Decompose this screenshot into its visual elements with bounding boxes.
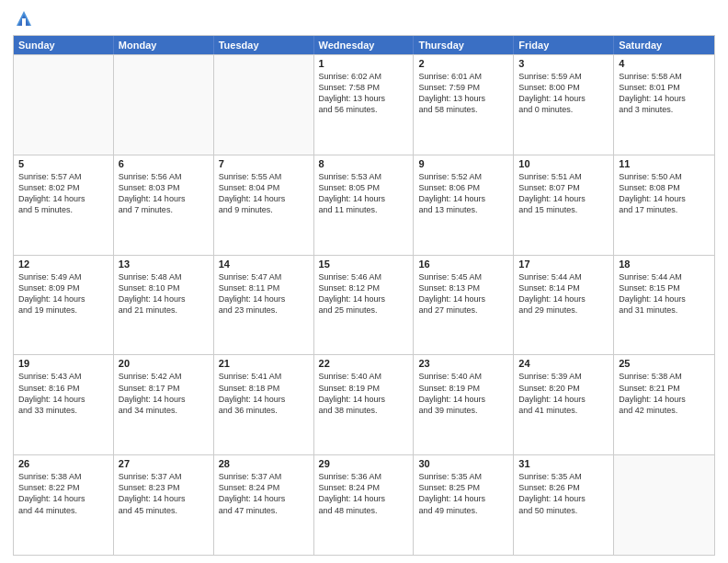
cell-info-line: and 21 minutes. [119,304,209,316]
cell-info-line: Daylight: 14 hours [619,293,710,304]
cell-info-line: Sunset: 8:04 PM [219,182,309,193]
day-cell-19: 19Sunrise: 5:43 AMSunset: 8:16 PMDayligh… [14,355,114,454]
day-cell-4: 4Sunrise: 5:58 AMSunset: 8:01 PMDaylight… [614,55,714,155]
cell-info-line: and 0 minutes. [518,104,609,115]
day-number: 5 [18,158,108,169]
day-cell-7: 7Sunrise: 5:55 AMSunset: 8:04 PMDaylight… [214,155,314,255]
cell-info-line: and 29 minutes. [518,304,609,316]
cell-info-line: and 47 minutes. [219,505,309,516]
day-cell-17: 17Sunrise: 5:44 AMSunset: 8:14 PMDayligh… [514,256,614,355]
day-number: 9 [418,158,508,169]
day-cell-10: 10Sunrise: 5:51 AMSunset: 8:07 PMDayligh… [514,155,614,255]
day-number: 19 [18,358,108,369]
day-number: 12 [18,259,108,270]
logo-icon [15,9,33,28]
cell-info-line: Daylight: 14 hours [619,394,710,405]
cell-info-line: Sunrise: 5:36 AM [319,471,409,482]
day-number: 31 [518,458,609,469]
calendar-row-1: 5Sunrise: 5:57 AMSunset: 8:02 PMDaylight… [14,155,714,255]
cell-info-line: Sunrise: 5:35 AM [518,471,609,482]
day-number: 25 [619,358,710,369]
day-cell-28: 28Sunrise: 5:37 AMSunset: 8:24 PMDayligh… [214,455,314,555]
day-number: 20 [119,358,209,369]
calendar-body: 1Sunrise: 6:02 AMSunset: 7:58 PMDaylight… [14,54,714,555]
day-number: 11 [619,158,710,169]
cell-info-line: Sunrise: 5:55 AM [219,171,309,182]
cell-info-line: and 5 minutes. [18,204,108,215]
cell-info-line: and 50 minutes. [518,505,609,516]
cell-info-line: Sunrise: 5:40 AM [319,371,409,382]
day-cell-29: 29Sunrise: 5:36 AMSunset: 8:24 PMDayligh… [314,455,415,555]
cell-info-line: Sunset: 8:16 PM [18,383,108,394]
day-number: 2 [418,58,508,69]
cell-info-line: Sunset: 8:24 PM [319,482,409,493]
cell-info-line: Sunset: 8:12 PM [319,282,409,293]
cell-info-line: and 58 minutes. [418,104,508,115]
svg-rect-2 [22,18,26,26]
cell-info-line: Sunset: 8:09 PM [18,282,108,293]
header [13,9,715,28]
day-number: 7 [219,158,309,169]
calendar-header: SundayMondayTuesdayWednesdayThursdayFrid… [14,36,714,54]
cell-info-line: Sunrise: 5:49 AM [18,271,108,282]
cell-info-line: Daylight: 14 hours [219,193,309,204]
cell-info-line: and 34 minutes. [119,405,209,416]
cell-info-line: Sunrise: 5:58 AM [619,71,710,82]
header-cell-thursday: Thursday [414,36,514,54]
cell-info-line: Sunrise: 6:01 AM [418,71,508,82]
cell-info-line: Daylight: 14 hours [319,394,409,405]
day-number: 30 [418,458,508,469]
day-cell-26: 26Sunrise: 5:38 AMSunset: 8:22 PMDayligh… [14,455,114,555]
cell-info-line: and 7 minutes. [119,204,209,215]
cell-info-line: Sunrise: 5:35 AM [418,471,508,482]
cell-info-line: Sunrise: 5:43 AM [18,371,108,382]
cell-info-line: Sunset: 8:07 PM [518,182,609,193]
cell-info-line: Daylight: 14 hours [518,394,609,405]
cell-info-line: and 33 minutes. [18,405,108,416]
cell-info-line: Sunrise: 5:44 AM [518,271,609,282]
cell-info-line: Sunrise: 6:02 AM [319,71,409,82]
day-cell-16: 16Sunrise: 5:45 AMSunset: 8:13 PMDayligh… [414,256,514,355]
cell-info-line: Daylight: 14 hours [219,394,309,405]
day-number: 15 [319,259,409,270]
cell-info-line: and 44 minutes. [18,505,108,516]
cell-info-line: Sunset: 8:13 PM [418,282,508,293]
cell-info-line: Sunrise: 5:53 AM [319,171,409,182]
cell-info-line: Sunrise: 5:38 AM [619,371,710,382]
cell-info-line: and 42 minutes. [619,405,710,416]
cell-info-line: Sunrise: 5:47 AM [219,271,309,282]
cell-info-line: Sunrise: 5:50 AM [619,171,710,182]
cell-info-line: Sunrise: 5:51 AM [518,171,609,182]
cell-info-line: Daylight: 13 hours [418,93,508,104]
day-cell-2: 2Sunrise: 6:01 AMSunset: 7:59 PMDaylight… [414,55,514,155]
day-number: 3 [518,58,609,69]
day-number: 26 [18,458,108,469]
cell-info-line: Sunrise: 5:37 AM [119,471,209,482]
day-number: 28 [219,458,309,469]
cell-info-line: Sunset: 7:58 PM [319,82,409,93]
cell-info-line: Sunset: 8:02 PM [18,182,108,193]
day-cell-25: 25Sunrise: 5:38 AMSunset: 8:21 PMDayligh… [614,355,714,454]
logo [13,9,33,28]
day-number: 8 [319,158,409,169]
day-number: 13 [119,259,209,270]
day-number: 27 [119,458,209,469]
cell-info-line: Sunset: 8:11 PM [219,282,309,293]
day-cell-14: 14Sunrise: 5:47 AMSunset: 8:11 PMDayligh… [214,256,314,355]
cell-info-line: Daylight: 14 hours [18,293,108,304]
cell-info-line: Daylight: 14 hours [18,193,108,204]
day-number: 22 [319,358,409,369]
cell-info-line: and 25 minutes. [319,304,409,316]
cell-info-line: Daylight: 13 hours [319,93,409,104]
cell-info-line: Sunrise: 5:37 AM [219,471,309,482]
day-cell-6: 6Sunrise: 5:56 AMSunset: 8:03 PMDaylight… [114,155,214,255]
header-cell-saturday: Saturday [614,36,714,54]
cell-info-line: Sunset: 8:23 PM [119,482,209,493]
day-cell-5: 5Sunrise: 5:57 AMSunset: 8:02 PMDaylight… [14,155,114,255]
day-cell-13: 13Sunrise: 5:48 AMSunset: 8:10 PMDayligh… [114,256,214,355]
cell-info-line: and 19 minutes. [18,304,108,316]
cell-info-line: Daylight: 14 hours [418,493,508,504]
cell-info-line: Sunset: 8:20 PM [518,383,609,394]
day-cell-24: 24Sunrise: 5:39 AMSunset: 8:20 PMDayligh… [514,355,614,454]
day-number: 6 [119,158,209,169]
